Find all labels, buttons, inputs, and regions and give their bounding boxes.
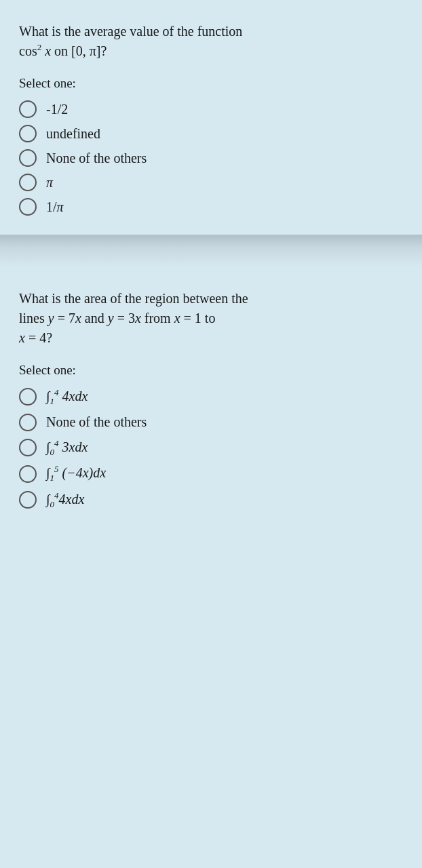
section-divider xyxy=(0,235,422,267)
q1-label-3: None of the others xyxy=(46,151,147,166)
q1-label-4: π xyxy=(46,175,53,191)
q2-label-4: ∫15 (−4x)dx xyxy=(46,464,106,484)
question-2-select-label: Select one: xyxy=(19,363,403,378)
q1-label-5: 1/π xyxy=(46,199,64,215)
q1-label-2: undefined xyxy=(46,126,100,142)
q1-label-1: -1/2 xyxy=(46,102,68,117)
q2-label-3: ∫04 3xdx xyxy=(46,438,88,458)
q1-option-4[interactable]: π xyxy=(19,174,403,191)
q1-radio-2[interactable] xyxy=(19,125,37,142)
q1-option-3[interactable]: None of the others xyxy=(19,149,403,167)
question-1-line1: What is the average value of the functio… xyxy=(19,24,242,39)
question-2-text: What is the area of the region between t… xyxy=(19,289,403,348)
q1-option-1[interactable]: -1/2 xyxy=(19,100,403,118)
q1-radio-3[interactable] xyxy=(19,149,37,167)
question-2-line3: x = 4? xyxy=(19,330,52,345)
q1-radio-4[interactable] xyxy=(19,174,37,191)
q2-option-1[interactable]: ∫14 4xdx xyxy=(19,387,403,407)
q2-radio-4[interactable] xyxy=(19,465,37,483)
q1-option-2[interactable]: undefined xyxy=(19,125,403,142)
q2-radio-2[interactable] xyxy=(19,414,37,431)
question-1-options: -1/2 undefined None of the others π 1/π xyxy=(19,100,403,216)
q2-option-3[interactable]: ∫04 3xdx xyxy=(19,438,403,458)
q2-option-4[interactable]: ∫15 (−4x)dx xyxy=(19,464,403,484)
question-1-select-label: Select one: xyxy=(19,76,403,91)
question-1-line2: cos2 x on [0, π]? xyxy=(19,43,107,58)
q2-radio-1[interactable] xyxy=(19,388,37,406)
q2-option-5[interactable]: ∫044xdx xyxy=(19,490,403,510)
q2-label-5: ∫044xdx xyxy=(46,490,84,510)
question-2-line2: lines y = 7x and y = 3x from x = 1 to xyxy=(19,311,215,326)
q2-label-1: ∫14 4xdx xyxy=(46,387,88,407)
q1-radio-5[interactable] xyxy=(19,198,37,216)
q1-radio-1[interactable] xyxy=(19,100,37,118)
question-1-block: What is the average value of the functio… xyxy=(0,0,422,235)
q2-option-2[interactable]: None of the others xyxy=(19,414,403,431)
question-1-text: What is the average value of the functio… xyxy=(19,22,403,61)
q2-radio-5[interactable] xyxy=(19,491,37,509)
question-2-line1: What is the area of the region between t… xyxy=(19,291,248,306)
question-2-block: What is the area of the region between t… xyxy=(0,267,422,529)
question-2-options: ∫14 4xdx None of the others ∫04 3xdx ∫15… xyxy=(19,387,403,510)
q2-radio-3[interactable] xyxy=(19,439,37,456)
q2-label-2: None of the others xyxy=(46,414,147,430)
q1-option-5[interactable]: 1/π xyxy=(19,198,403,216)
